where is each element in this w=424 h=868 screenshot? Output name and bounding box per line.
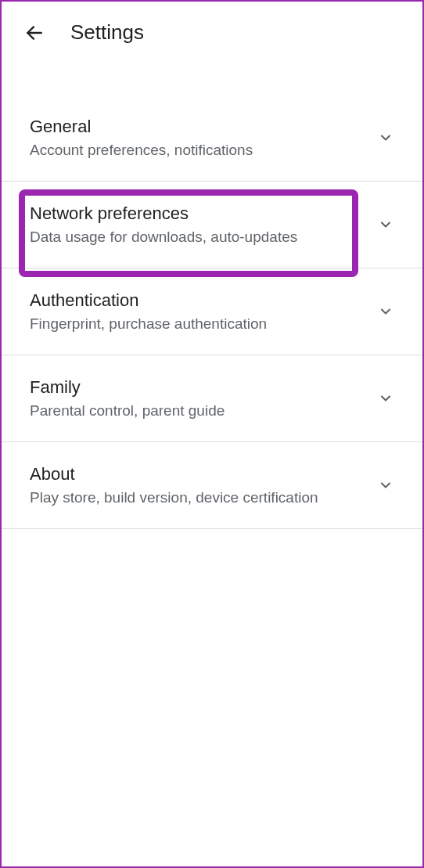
chevron-down-icon <box>377 477 394 494</box>
back-button[interactable] <box>23 22 45 44</box>
item-text: General Account preferences, notificatio… <box>30 117 368 159</box>
item-title: Network preferences <box>30 203 368 224</box>
settings-item-network-preferences[interactable]: Network preferences Data usage for downl… <box>2 182 422 268</box>
chevron-down-icon <box>377 216 394 233</box>
item-title: Family <box>30 377 368 398</box>
chevron-down-icon <box>377 303 394 320</box>
item-subtitle: Account preferences, notifications <box>30 142 368 159</box>
chevron-down-icon <box>377 129 394 146</box>
item-subtitle: Parental control, parent guide <box>30 402 368 420</box>
item-title: About <box>30 464 368 484</box>
item-title: Authentication <box>30 290 368 311</box>
back-arrow-icon <box>24 23 45 43</box>
item-subtitle: Play store, build version, device certif… <box>30 489 368 506</box>
item-text: About Play store, build version, device … <box>30 464 368 506</box>
item-subtitle: Data usage for downloads, auto-updates <box>30 229 368 246</box>
settings-item-family[interactable]: Family Parental control, parent guide <box>2 355 422 442</box>
item-text: Authentication Fingerprint, purchase aut… <box>30 290 368 333</box>
settings-list: General Account preferences, notificatio… <box>2 63 422 529</box>
settings-item-about[interactable]: About Play store, build version, device … <box>2 442 422 529</box>
item-text: Network preferences Data usage for downl… <box>30 203 368 246</box>
item-subtitle: Fingerprint, purchase authentication <box>30 315 368 333</box>
item-title: General <box>30 117 368 137</box>
chevron-down-icon <box>377 390 394 407</box>
item-text: Family Parental control, parent guide <box>30 377 368 420</box>
header: Settings <box>2 2 422 63</box>
settings-item-authentication[interactable]: Authentication Fingerprint, purchase aut… <box>2 268 422 355</box>
page-title: Settings <box>70 20 144 45</box>
settings-item-general[interactable]: General Account preferences, notificatio… <box>2 95 422 182</box>
